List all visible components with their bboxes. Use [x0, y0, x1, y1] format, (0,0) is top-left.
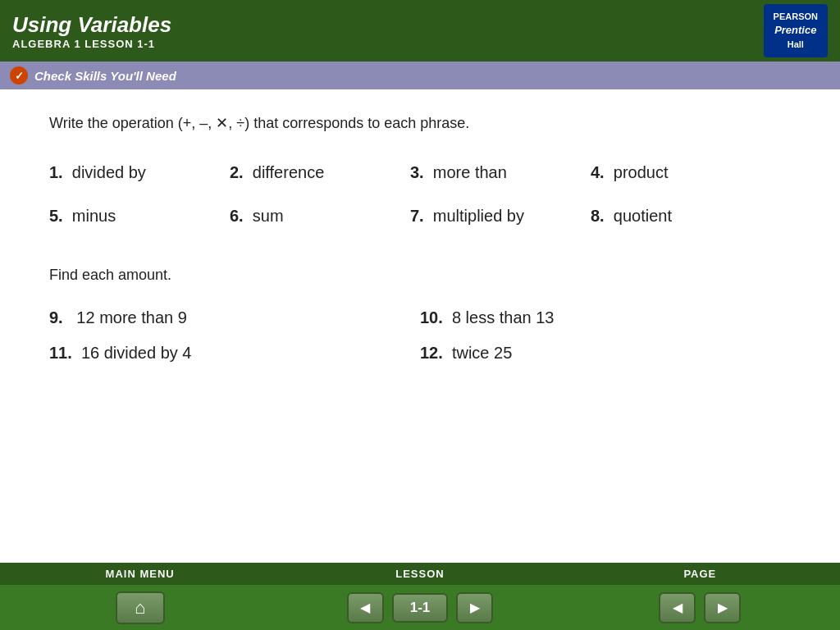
instruction-text: Write the operation (+, –, ✕, ÷) that co…	[49, 114, 791, 132]
page-indicator: 1-1	[392, 593, 449, 623]
prentice-text: Prentice	[774, 23, 818, 38]
problem-5: 5. minus	[49, 199, 230, 234]
footer-labels: MAIN MENU LESSON PAGE	[0, 563, 840, 585]
problem-11: 11. 16 divided by 4	[49, 336, 420, 371]
problem-10: 10. 8 less than 13	[420, 300, 791, 336]
problem-6: 6. sum	[230, 199, 410, 234]
problem-11-num: 11.	[49, 344, 72, 362]
footer-label-lesson: LESSON	[280, 563, 559, 585]
problem-1-num: 1.	[49, 163, 63, 181]
footer-buttons: ⌂ ◀ 1-1 ▶ ◀ ▶	[0, 585, 840, 630]
problem-7: 7. multiplied by	[410, 199, 591, 234]
find-problems-grid: 9. 12 more than 9 10. 8 less than 13 11.…	[49, 300, 791, 371]
problem-8-num: 8.	[591, 207, 605, 225]
problem-4-num: 4.	[591, 163, 605, 181]
lesson-section: ◀ 1-1 ▶	[280, 592, 559, 623]
header-title-block: Using Variables ALGEBRA 1 LESSON 1-1	[12, 12, 171, 50]
find-text: Find each amount.	[49, 267, 791, 284]
problem-2: 2. difference	[230, 155, 410, 190]
problem-4: 4. product	[591, 155, 738, 190]
problem-9-num: 9.	[49, 308, 63, 326]
problem-10-num: 10.	[420, 308, 443, 326]
section-divider	[49, 242, 791, 267]
problem-1: 1. divided by	[49, 155, 230, 190]
footer: MAIN MENU LESSON PAGE ⌂ ◀ 1-1 ▶ ◀ ▶	[0, 563, 840, 630]
footer-label-page: PAGE	[560, 563, 840, 585]
header: Using Variables ALGEBRA 1 LESSON 1-1 PEA…	[0, 0, 840, 62]
home-button[interactable]: ⌂	[116, 591, 165, 624]
pearson-logo: PEARSON Prentice Hall	[764, 4, 828, 57]
problem-2-num: 2.	[230, 163, 244, 181]
problems-row-1: 1. divided by 2. difference 3. more than…	[49, 155, 791, 190]
main-menu-section: ⌂	[0, 591, 280, 624]
footer-label-main-menu: MAIN MENU	[0, 563, 280, 585]
problem-7-num: 7.	[410, 207, 424, 225]
skills-bar-text: Check Skills You'll Need	[34, 69, 176, 83]
page-prev-button[interactable]: ◀	[659, 592, 696, 623]
pearson-text: PEARSON	[774, 11, 818, 23]
problem-6-num: 6.	[230, 207, 244, 225]
lesson-subtitle: ALGEBRA 1 LESSON 1-1	[12, 38, 171, 50]
problem-12: 12. twice 25	[420, 336, 791, 371]
problems-row-2: 5. minus 6. sum 7. multiplied by 8. quot…	[49, 199, 791, 234]
page-title: Using Variables	[12, 12, 171, 38]
problem-3: 3. more than	[410, 155, 591, 190]
skills-bar: ✓ Check Skills You'll Need	[0, 62, 840, 89]
problem-5-num: 5.	[49, 207, 63, 225]
lesson-next-button[interactable]: ▶	[456, 592, 493, 623]
problem-8: 8. quotient	[591, 199, 738, 234]
page-next-button[interactable]: ▶	[704, 592, 741, 623]
problem-12-num: 12.	[420, 344, 443, 362]
lesson-prev-button[interactable]: ◀	[347, 592, 384, 623]
problem-9: 9. 12 more than 9	[49, 300, 420, 336]
problem-3-num: 3.	[410, 163, 424, 181]
hall-text: Hall	[774, 39, 818, 51]
page-section: ◀ ▶	[560, 592, 840, 623]
main-content: Write the operation (+, –, ✕, ÷) that co…	[0, 89, 840, 395]
checkmark-icon: ✓	[10, 66, 28, 84]
